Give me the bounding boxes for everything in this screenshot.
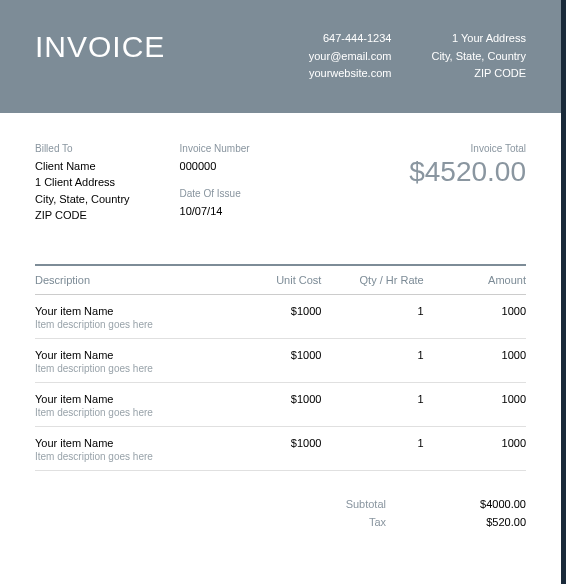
item-name: Your item Name bbox=[35, 393, 219, 405]
table-row: Your item NameItem description goes here… bbox=[35, 339, 526, 383]
item-amount: 1000 bbox=[424, 305, 526, 330]
contact-info: 647-444-1234 your@email.com yourwebsite.… bbox=[309, 30, 392, 83]
billed-to-block: Billed To Client Name 1 Client Address C… bbox=[35, 143, 130, 224]
client-name: Client Name bbox=[35, 158, 130, 175]
item-qty: 1 bbox=[321, 437, 423, 462]
invoice-number-label: Invoice Number bbox=[180, 143, 250, 154]
tax-label: Tax bbox=[326, 516, 386, 528]
col-amount: Amount bbox=[424, 274, 526, 286]
item-amount: 1000 bbox=[424, 437, 526, 462]
item-qty: 1 bbox=[321, 349, 423, 374]
invoice-body: Billed To Client Name 1 Client Address C… bbox=[0, 113, 561, 531]
invoice-meta: Billed To Client Name 1 Client Address C… bbox=[35, 143, 526, 224]
client-zip: ZIP CODE bbox=[35, 207, 130, 224]
invoice-header: INVOICE 647-444-1234 your@email.com your… bbox=[0, 0, 561, 113]
subtotal-label: Subtotal bbox=[326, 498, 386, 510]
item-unit-cost: $1000 bbox=[219, 305, 321, 330]
invoice-total-value: $4520.00 bbox=[409, 156, 526, 188]
table-row: Your item NameItem description goes here… bbox=[35, 295, 526, 339]
client-address: 1 Client Address bbox=[35, 174, 130, 191]
item-name: Your item Name bbox=[35, 305, 219, 317]
invoice-number-value: 000000 bbox=[180, 158, 250, 175]
phone: 647-444-1234 bbox=[309, 30, 392, 48]
items-table: Description Unit Cost Qty / Hr Rate Amou… bbox=[35, 264, 526, 471]
subtotal-row: Subtotal $4000.00 bbox=[35, 495, 526, 513]
col-qty: Qty / Hr Rate bbox=[321, 274, 423, 286]
item-unit-cost: $1000 bbox=[219, 393, 321, 418]
website: yourwebsite.com bbox=[309, 65, 392, 83]
item-name: Your item Name bbox=[35, 349, 219, 361]
tax-row: Tax $520.00 bbox=[35, 513, 526, 531]
item-name: Your item Name bbox=[35, 437, 219, 449]
date-of-issue-label: Date Of Issue bbox=[180, 188, 250, 199]
totals-block: Subtotal $4000.00 Tax $520.00 bbox=[35, 495, 526, 531]
item-unit-cost: $1000 bbox=[219, 349, 321, 374]
item-description: Item description goes here bbox=[35, 363, 219, 374]
invoice-total-block: Invoice Total $4520.00 bbox=[409, 143, 526, 224]
address-line1: 1 Your Address bbox=[431, 30, 526, 48]
item-description: Item description goes here bbox=[35, 319, 219, 330]
subtotal-value: $4000.00 bbox=[446, 498, 526, 510]
address-line3: ZIP CODE bbox=[431, 65, 526, 83]
address-line2: City, State, Country bbox=[431, 48, 526, 66]
item-amount: 1000 bbox=[424, 393, 526, 418]
item-qty: 1 bbox=[321, 305, 423, 330]
header-contact: 647-444-1234 your@email.com yourwebsite.… bbox=[309, 30, 526, 83]
item-qty: 1 bbox=[321, 393, 423, 418]
invoice-total-label: Invoice Total bbox=[409, 143, 526, 154]
item-description: Item description goes here bbox=[35, 451, 219, 462]
table-row: Your item NameItem description goes here… bbox=[35, 427, 526, 471]
table-header: Description Unit Cost Qty / Hr Rate Amou… bbox=[35, 264, 526, 295]
item-description: Item description goes here bbox=[35, 407, 219, 418]
item-unit-cost: $1000 bbox=[219, 437, 321, 462]
billed-to-label: Billed To bbox=[35, 143, 130, 154]
email: your@email.com bbox=[309, 48, 392, 66]
date-of-issue-value: 10/07/14 bbox=[180, 203, 250, 220]
invoice-title: INVOICE bbox=[35, 30, 165, 64]
invoice-number-block: Invoice Number 000000 Date Of Issue 10/0… bbox=[180, 143, 250, 224]
item-amount: 1000 bbox=[424, 349, 526, 374]
tax-value: $520.00 bbox=[446, 516, 526, 528]
client-city: City, State, Country bbox=[35, 191, 130, 208]
table-row: Your item NameItem description goes here… bbox=[35, 383, 526, 427]
sender-address: 1 Your Address City, State, Country ZIP … bbox=[431, 30, 526, 83]
col-description: Description bbox=[35, 274, 219, 286]
col-unit-cost: Unit Cost bbox=[219, 274, 321, 286]
